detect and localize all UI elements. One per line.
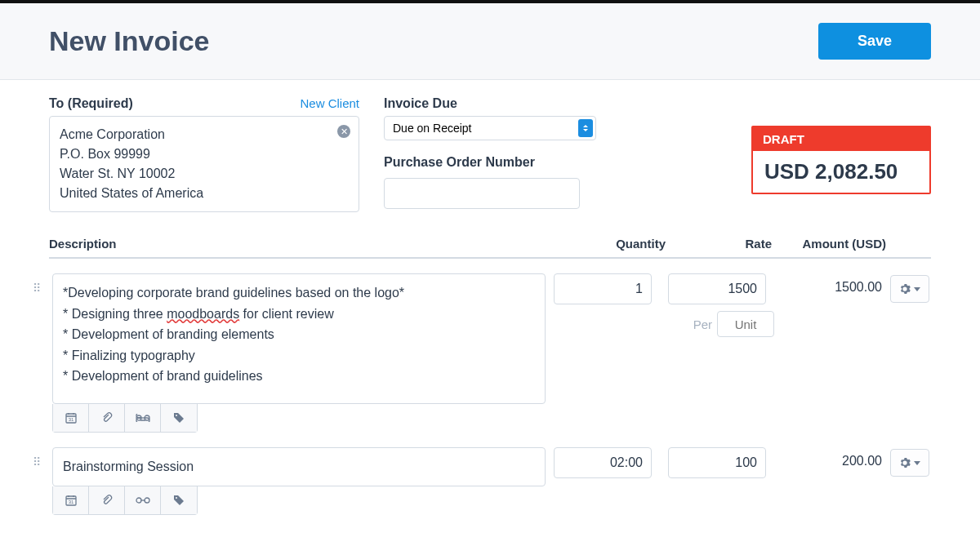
chevron-down-icon bbox=[914, 287, 920, 291]
save-button[interactable]: Save bbox=[818, 23, 931, 60]
col-amount: Amount (USD) bbox=[772, 237, 886, 251]
line-item: ⠿ *Developing corporate brand guidelines… bbox=[49, 273, 931, 433]
line-toolbar: 31 bbox=[52, 486, 198, 515]
to-block: To (Required) New Client Acme Corporatio… bbox=[49, 96, 359, 212]
gear-icon bbox=[899, 283, 911, 295]
line-items-header: Description Quantity Rate Amount (USD) bbox=[49, 237, 931, 259]
quantity-input[interactable] bbox=[554, 447, 652, 478]
po-number-input[interactable] bbox=[384, 178, 580, 209]
col-quantity: Quantity bbox=[559, 237, 666, 251]
invoice-due-select[interactable]: Due on Receipt bbox=[384, 116, 596, 140]
invoice-due-label: Invoice Due bbox=[384, 96, 596, 111]
drag-handle-icon[interactable]: ⠿ bbox=[33, 447, 44, 468]
due-block: Invoice Due Due on Receipt Purchase Orde… bbox=[384, 96, 596, 212]
col-rate: Rate bbox=[666, 237, 772, 251]
status-badge: DRAFT bbox=[753, 127, 929, 151]
attachment-icon[interactable] bbox=[89, 486, 125, 514]
invoice-meta-row: To (Required) New Client Acme Corporatio… bbox=[49, 96, 931, 212]
line-amount: 200.00 bbox=[782, 447, 882, 468]
tag-icon[interactable] bbox=[161, 404, 197, 432]
client-country: United States of America bbox=[60, 184, 349, 203]
chevron-down-icon bbox=[914, 461, 920, 465]
drag-handle-icon[interactable]: ⠿ bbox=[33, 273, 44, 295]
line-options-button[interactable] bbox=[890, 449, 929, 477]
client-address-1: P.O. Box 99999 bbox=[60, 144, 349, 164]
client-address-2: Water St. NY 10002 bbox=[60, 164, 349, 184]
line-options-button[interactable] bbox=[890, 275, 929, 303]
line-toolbar: 31 bbox=[52, 404, 198, 433]
svg-text:31: 31 bbox=[68, 500, 74, 504]
line-item: ⠿ Brainstorming Session 31 bbox=[49, 447, 931, 515]
to-label: To (Required) bbox=[49, 96, 133, 111]
new-client-link[interactable]: New Client bbox=[300, 96, 359, 110]
content-area: To (Required) New Client Acme Corporatio… bbox=[0, 80, 980, 548]
client-address-box[interactable]: Acme Corporation P.O. Box 99999 Water St… bbox=[49, 116, 359, 212]
attachment-icon[interactable] bbox=[89, 404, 125, 432]
calendar-icon[interactable]: 31 bbox=[53, 486, 89, 514]
link-icon[interactable] bbox=[125, 404, 161, 432]
page-header: New Invoice Save bbox=[0, 3, 980, 80]
per-label: Per bbox=[693, 317, 712, 331]
svg-point-9 bbox=[176, 497, 177, 499]
status-block: DRAFT USD 2,082.50 bbox=[751, 96, 931, 212]
description-input[interactable]: Brainstorming Session bbox=[52, 447, 546, 486]
line-amount: 1500.00 bbox=[782, 273, 882, 295]
page-title: New Invoice bbox=[49, 25, 210, 57]
description-input[interactable]: *Developing corporate brand guidelines b… bbox=[52, 273, 546, 404]
calendar-icon[interactable]: 31 bbox=[53, 404, 89, 432]
rate-input[interactable] bbox=[668, 273, 766, 304]
rate-input[interactable] bbox=[668, 447, 766, 478]
invoice-total: USD 2,082.50 bbox=[753, 151, 929, 193]
col-description: Description bbox=[49, 237, 559, 251]
gear-icon bbox=[899, 457, 911, 468]
tag-icon[interactable] bbox=[161, 486, 197, 514]
po-label: Purchase Order Number bbox=[384, 155, 596, 170]
unit-input[interactable] bbox=[717, 311, 774, 337]
close-icon[interactable]: ✕ bbox=[337, 125, 350, 138]
quantity-input[interactable] bbox=[554, 273, 652, 304]
link-icon[interactable] bbox=[125, 486, 161, 514]
svg-text:31: 31 bbox=[68, 417, 74, 422]
svg-point-4 bbox=[176, 415, 177, 416]
client-name: Acme Corporation bbox=[60, 125, 349, 144]
